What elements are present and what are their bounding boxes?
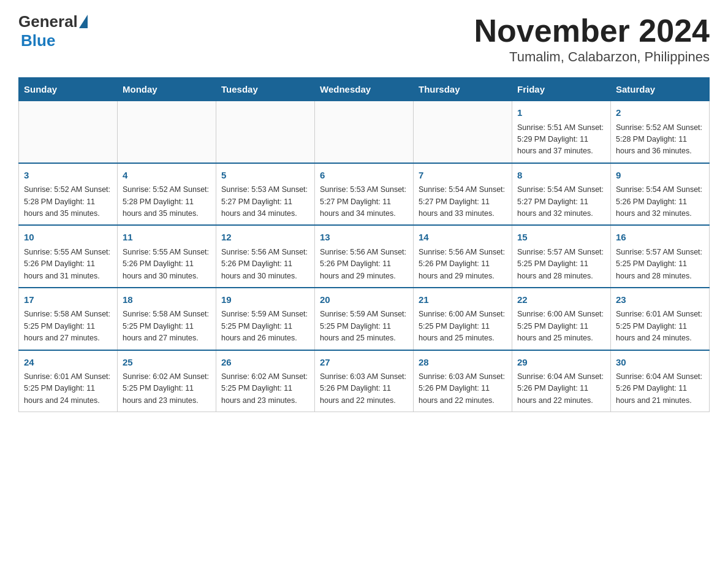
- day-info: Sunrise: 5:55 AM Sunset: 5:26 PM Dayligh…: [24, 247, 112, 282]
- calendar-cell: 5Sunrise: 5:53 AM Sunset: 5:27 PM Daylig…: [216, 163, 315, 226]
- calendar-cell: 4Sunrise: 5:52 AM Sunset: 5:28 PM Daylig…: [118, 163, 216, 226]
- day-number: 22: [517, 293, 605, 307]
- day-number: 24: [24, 356, 112, 370]
- day-info: Sunrise: 5:52 AM Sunset: 5:28 PM Dayligh…: [616, 122, 704, 158]
- page-header: General Blue November 2024 Tumalim, Cala…: [18, 12, 710, 65]
- calendar-day-header: Thursday: [414, 78, 512, 101]
- title-block: November 2024 Tumalim, Calabarzon, Phili…: [474, 12, 710, 65]
- logo-triangle-icon: [79, 15, 88, 28]
- day-info: Sunrise: 6:02 AM Sunset: 5:25 PM Dayligh…: [221, 371, 309, 407]
- day-number: 6: [320, 169, 408, 183]
- calendar-header-row: SundayMondayTuesdayWednesdayThursdayFrid…: [19, 78, 710, 101]
- calendar-day-header: Monday: [118, 78, 216, 101]
- calendar-cell: [19, 101, 118, 163]
- calendar-week-row: 1Sunrise: 5:51 AM Sunset: 5:29 PM Daylig…: [19, 101, 710, 163]
- calendar-cell: 28Sunrise: 6:03 AM Sunset: 5:26 PM Dayli…: [414, 350, 512, 412]
- calendar-cell: 6Sunrise: 5:53 AM Sunset: 5:27 PM Daylig…: [315, 163, 414, 226]
- day-number: 1: [517, 106, 605, 120]
- calendar-cell: 10Sunrise: 5:55 AM Sunset: 5:26 PM Dayli…: [19, 225, 118, 288]
- calendar-cell: [118, 101, 216, 163]
- calendar-cell: 1Sunrise: 5:51 AM Sunset: 5:29 PM Daylig…: [512, 101, 611, 163]
- calendar-cell: 13Sunrise: 5:56 AM Sunset: 5:26 PM Dayli…: [315, 225, 414, 288]
- calendar-cell: 8Sunrise: 5:54 AM Sunset: 5:27 PM Daylig…: [512, 163, 611, 226]
- day-info: Sunrise: 5:58 AM Sunset: 5:25 PM Dayligh…: [123, 308, 211, 344]
- day-info: Sunrise: 5:52 AM Sunset: 5:28 PM Dayligh…: [24, 184, 112, 220]
- calendar-day-header: Sunday: [19, 78, 118, 101]
- day-info: Sunrise: 5:54 AM Sunset: 5:27 PM Dayligh…: [419, 184, 507, 220]
- day-info: Sunrise: 5:57 AM Sunset: 5:25 PM Dayligh…: [616, 247, 704, 282]
- calendar-cell: [414, 101, 512, 163]
- logo: General Blue: [18, 12, 88, 50]
- day-info: Sunrise: 6:03 AM Sunset: 5:26 PM Dayligh…: [419, 371, 507, 407]
- calendar-cell: [315, 101, 414, 163]
- calendar-cell: 19Sunrise: 5:59 AM Sunset: 5:25 PM Dayli…: [216, 288, 315, 350]
- day-number: 14: [419, 231, 507, 245]
- calendar-cell: 15Sunrise: 5:57 AM Sunset: 5:25 PM Dayli…: [512, 225, 611, 288]
- day-number: 5: [221, 169, 309, 183]
- calendar-cell: 25Sunrise: 6:02 AM Sunset: 5:25 PM Dayli…: [118, 350, 216, 412]
- calendar-cell: 11Sunrise: 5:55 AM Sunset: 5:26 PM Dayli…: [118, 225, 216, 288]
- day-number: 17: [24, 293, 112, 307]
- day-info: Sunrise: 5:54 AM Sunset: 5:27 PM Dayligh…: [517, 184, 605, 220]
- calendar-cell: 21Sunrise: 6:00 AM Sunset: 5:25 PM Dayli…: [414, 288, 512, 350]
- day-number: 7: [419, 169, 507, 183]
- calendar-week-row: 10Sunrise: 5:55 AM Sunset: 5:26 PM Dayli…: [19, 225, 710, 288]
- day-info: Sunrise: 5:53 AM Sunset: 5:27 PM Dayligh…: [221, 184, 309, 220]
- day-number: 16: [616, 231, 704, 245]
- calendar-table: SundayMondayTuesdayWednesdayThursdayFrid…: [18, 77, 710, 412]
- calendar-cell: 26Sunrise: 6:02 AM Sunset: 5:25 PM Dayli…: [216, 350, 315, 412]
- day-info: Sunrise: 5:51 AM Sunset: 5:29 PM Dayligh…: [517, 122, 605, 158]
- day-number: 19: [221, 293, 309, 307]
- day-info: Sunrise: 5:55 AM Sunset: 5:26 PM Dayligh…: [123, 247, 211, 282]
- day-number: 26: [221, 356, 309, 370]
- calendar-title: November 2024: [474, 12, 710, 49]
- day-info: Sunrise: 6:00 AM Sunset: 5:25 PM Dayligh…: [419, 308, 507, 344]
- calendar-week-row: 3Sunrise: 5:52 AM Sunset: 5:28 PM Daylig…: [19, 163, 710, 226]
- calendar-cell: 29Sunrise: 6:04 AM Sunset: 5:26 PM Dayli…: [512, 350, 611, 412]
- calendar-cell: 9Sunrise: 5:54 AM Sunset: 5:26 PM Daylig…: [611, 163, 710, 226]
- calendar-cell: 24Sunrise: 6:01 AM Sunset: 5:25 PM Dayli…: [19, 350, 118, 412]
- day-number: 4: [123, 169, 211, 183]
- logo-blue-text: Blue: [21, 31, 55, 50]
- day-info: Sunrise: 6:00 AM Sunset: 5:25 PM Dayligh…: [517, 308, 605, 344]
- calendar-week-row: 24Sunrise: 6:01 AM Sunset: 5:25 PM Dayli…: [19, 350, 710, 412]
- day-number: 15: [517, 231, 605, 245]
- day-info: Sunrise: 5:56 AM Sunset: 5:26 PM Dayligh…: [320, 247, 408, 282]
- day-number: 2: [616, 106, 704, 120]
- day-number: 23: [616, 293, 704, 307]
- logo-general-text: General: [18, 12, 78, 31]
- calendar-day-header: Saturday: [611, 78, 710, 101]
- day-number: 29: [517, 356, 605, 370]
- day-info: Sunrise: 5:56 AM Sunset: 5:26 PM Dayligh…: [221, 247, 309, 282]
- day-info: Sunrise: 5:56 AM Sunset: 5:26 PM Dayligh…: [419, 247, 507, 282]
- day-info: Sunrise: 6:03 AM Sunset: 5:26 PM Dayligh…: [320, 371, 408, 407]
- day-number: 10: [24, 231, 112, 245]
- day-info: Sunrise: 5:59 AM Sunset: 5:25 PM Dayligh…: [221, 308, 309, 344]
- calendar-cell: 23Sunrise: 6:01 AM Sunset: 5:25 PM Dayli…: [611, 288, 710, 350]
- day-info: Sunrise: 5:58 AM Sunset: 5:25 PM Dayligh…: [24, 308, 112, 344]
- day-info: Sunrise: 5:53 AM Sunset: 5:27 PM Dayligh…: [320, 184, 408, 220]
- day-number: 9: [616, 169, 704, 183]
- day-number: 12: [221, 231, 309, 245]
- day-number: 27: [320, 356, 408, 370]
- day-info: Sunrise: 6:02 AM Sunset: 5:25 PM Dayligh…: [123, 371, 211, 407]
- day-info: Sunrise: 6:04 AM Sunset: 5:26 PM Dayligh…: [616, 371, 704, 407]
- calendar-cell: [216, 101, 315, 163]
- day-number: 21: [419, 293, 507, 307]
- calendar-subtitle: Tumalim, Calabarzon, Philippines: [474, 49, 710, 65]
- calendar-cell: 30Sunrise: 6:04 AM Sunset: 5:26 PM Dayli…: [611, 350, 710, 412]
- day-number: 25: [123, 356, 211, 370]
- day-number: 13: [320, 231, 408, 245]
- day-info: Sunrise: 6:01 AM Sunset: 5:25 PM Dayligh…: [616, 308, 704, 344]
- day-info: Sunrise: 5:52 AM Sunset: 5:28 PM Dayligh…: [123, 184, 211, 220]
- day-info: Sunrise: 5:54 AM Sunset: 5:26 PM Dayligh…: [616, 184, 704, 220]
- calendar-week-row: 17Sunrise: 5:58 AM Sunset: 5:25 PM Dayli…: [19, 288, 710, 350]
- day-number: 30: [616, 356, 704, 370]
- calendar-day-header: Friday: [512, 78, 611, 101]
- day-info: Sunrise: 5:59 AM Sunset: 5:25 PM Dayligh…: [320, 308, 408, 344]
- day-number: 11: [123, 231, 211, 245]
- day-number: 18: [123, 293, 211, 307]
- day-info: Sunrise: 5:57 AM Sunset: 5:25 PM Dayligh…: [517, 247, 605, 282]
- calendar-cell: 27Sunrise: 6:03 AM Sunset: 5:26 PM Dayli…: [315, 350, 414, 412]
- calendar-cell: 3Sunrise: 5:52 AM Sunset: 5:28 PM Daylig…: [19, 163, 118, 226]
